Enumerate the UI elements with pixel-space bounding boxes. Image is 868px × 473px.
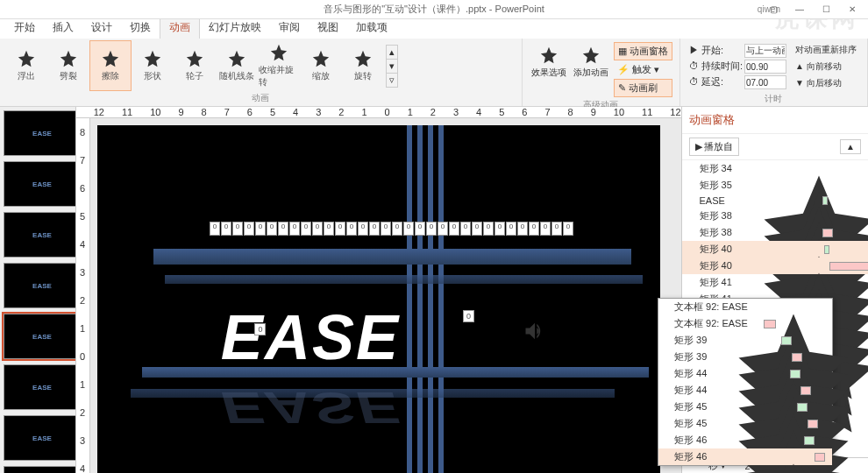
slide-thumbnails[interactable]: EASEEASEEASEEASEEASEEASEEASEEASE xyxy=(0,107,76,473)
slide-thumbnail[interactable]: EASE xyxy=(4,161,76,207)
animation-effect[interactable]: 擦除 xyxy=(89,40,132,91)
move-earlier-button[interactable]: ▲ 向前移动 xyxy=(792,59,860,74)
trigger-button[interactable]: ⚡触发 ▾ xyxy=(614,61,672,78)
slide-thumbnail[interactable]: EASE xyxy=(4,415,76,461)
animation-painter-button[interactable]: ✎动画刷 xyxy=(614,79,672,97)
animation-gallery[interactable]: 浮出劈裂擦除形状轮子随机线条收缩并旋转缩放旋转 xyxy=(5,40,384,91)
star-icon xyxy=(662,353,671,362)
star-icon xyxy=(662,420,671,428)
gallery-up-icon[interactable]: ▴ xyxy=(387,46,397,60)
star-icon xyxy=(687,165,696,173)
star-icon xyxy=(687,212,696,221)
animation-item[interactable]: 矩形 38 xyxy=(682,224,868,241)
star-icon xyxy=(687,279,696,287)
animation-item[interactable]: 矩形 40 xyxy=(682,258,868,274)
ribbon-tab[interactable]: 切换 xyxy=(121,17,160,39)
anim-tag[interactable]: 0 xyxy=(463,310,474,322)
star-icon xyxy=(662,320,671,328)
slide-thumbnail[interactable]: EASE xyxy=(4,466,76,473)
star-icon xyxy=(662,370,671,378)
animation-effect[interactable]: 随机线条 xyxy=(216,40,258,91)
slide-canvas[interactable]: 00000000000000000000000000000000 EASE EA… xyxy=(97,125,660,473)
animation-effect[interactable]: 轮子 xyxy=(174,40,216,91)
group-label-timing: 计时 xyxy=(686,93,862,107)
ribbon-tab[interactable]: 开始 xyxy=(5,17,44,39)
slide-thumbnail[interactable]: EASE xyxy=(4,364,76,410)
maximize-button[interactable]: ☐ xyxy=(814,3,838,17)
ribbon-tab[interactable]: 幻灯片放映 xyxy=(200,17,270,39)
anim-tag[interactable]: 0 xyxy=(254,323,266,335)
star-icon xyxy=(687,262,696,271)
animation-item[interactable]: 矩形 46 xyxy=(658,448,832,465)
gallery-more-icon[interactable]: ▿ xyxy=(387,74,397,87)
animation-item[interactable]: 矩形 35 xyxy=(682,177,868,194)
delay-input[interactable] xyxy=(744,75,786,89)
animation-tags-row: 00000000000000000000000000000000 xyxy=(210,222,631,236)
star-icon xyxy=(185,49,204,68)
audio-icon[interactable] xyxy=(523,319,547,343)
animation-item[interactable]: 矩形 44 xyxy=(658,365,832,382)
star-icon xyxy=(687,196,696,205)
animation-item[interactable]: 矩形 40 xyxy=(682,241,868,258)
minimize-button[interactable]: — xyxy=(787,3,812,17)
window-title: 音乐与图形的"互动"设计（课件）.pptx - PowerPoint xyxy=(324,3,544,16)
star-icon xyxy=(662,386,671,395)
ribbon-tab[interactable]: 插入 xyxy=(44,17,82,39)
add-animation-button[interactable]: 添加动画 xyxy=(570,40,612,99)
animation-item[interactable]: 矩形 41 xyxy=(682,274,868,291)
ribbon: 浮出劈裂擦除形状轮子随机线条收缩并旋转缩放旋转 ▴ ▾ ▿ 动画 效果选项 添加… xyxy=(0,39,868,107)
slide-thumbnail[interactable]: EASE xyxy=(4,263,76,308)
animation-item[interactable]: 矩形 45 xyxy=(658,399,832,415)
star-icon xyxy=(227,49,246,68)
ribbon-tab[interactable]: 加载项 xyxy=(347,17,396,39)
animation-effect[interactable]: 形状 xyxy=(132,40,174,91)
animation-item[interactable]: 矩形 45 xyxy=(658,415,832,432)
duration-input[interactable] xyxy=(744,60,786,74)
ribbon-options-icon[interactable]: ▢ xyxy=(761,3,786,17)
move-later-button[interactable]: ▼ 向后移动 xyxy=(792,75,860,91)
ribbon-tab[interactable]: 审阅 xyxy=(270,17,309,39)
star-icon xyxy=(143,49,162,68)
star-icon xyxy=(687,229,696,237)
star-icon xyxy=(662,403,671,412)
start-label: ▶ 开始: xyxy=(689,44,743,58)
star-icon xyxy=(687,245,696,254)
animation-popup-list[interactable]: 文本框 92: EASE文本框 92: EASE矩形 39矩形 39矩形 44矩… xyxy=(658,298,833,466)
slide-thumbnail[interactable]: EASE xyxy=(4,212,76,258)
star-icon xyxy=(311,49,331,68)
star-icon xyxy=(662,336,671,345)
star-icon xyxy=(269,43,288,62)
animation-item[interactable]: EASE xyxy=(682,194,868,208)
start-select[interactable] xyxy=(744,44,786,58)
animation-item[interactable]: 矩形 38 xyxy=(682,208,868,224)
animation-item[interactable]: 矩形 39 xyxy=(658,349,832,365)
animation-item[interactable]: 矩形 34 xyxy=(682,160,868,177)
animation-pane-button[interactable]: ▦动画窗格 xyxy=(614,42,672,60)
play-from-button[interactable]: ▶播放自 xyxy=(689,138,739,156)
star-icon xyxy=(353,49,373,68)
ribbon-tab[interactable]: 视图 xyxy=(309,17,347,39)
ease-text[interactable]: EASE xyxy=(221,301,400,373)
animation-effect[interactable]: 旋转 xyxy=(342,40,384,91)
animation-item[interactable]: 文本框 92: EASE xyxy=(658,315,832,332)
close-button[interactable]: ✕ xyxy=(840,3,864,17)
animation-item[interactable]: 矩形 39 xyxy=(658,332,832,349)
animation-effect[interactable]: 缩放 xyxy=(300,40,342,91)
gallery-down-icon[interactable]: ▾ xyxy=(387,60,397,74)
animation-item[interactable]: 矩形 44 xyxy=(658,382,832,399)
move-up-button[interactable]: ▲ xyxy=(840,139,861,154)
effect-options-button[interactable]: 效果选项 xyxy=(528,40,570,99)
animation-effect[interactable]: 收缩并旋转 xyxy=(258,40,300,91)
animation-item[interactable]: 矩形 46 xyxy=(658,432,832,448)
animation-effect[interactable]: 劈裂 xyxy=(47,40,89,91)
title-bar: 音乐与图形的"互动"设计（课件）.pptx - PowerPoint qiwen… xyxy=(0,0,868,19)
animation-effect[interactable]: 浮出 xyxy=(5,40,47,91)
star-icon xyxy=(662,436,671,445)
ribbon-tab[interactable]: 设计 xyxy=(82,17,121,39)
star-icon xyxy=(101,49,120,68)
vertical-ruler: 87654321012345678 xyxy=(76,118,90,473)
slide-thumbnail[interactable]: EASE xyxy=(4,110,76,156)
animation-item[interactable]: 文本框 92: EASE xyxy=(658,299,832,315)
add-animation-icon xyxy=(581,46,601,65)
slide-thumbnail[interactable]: EASE xyxy=(4,314,76,359)
